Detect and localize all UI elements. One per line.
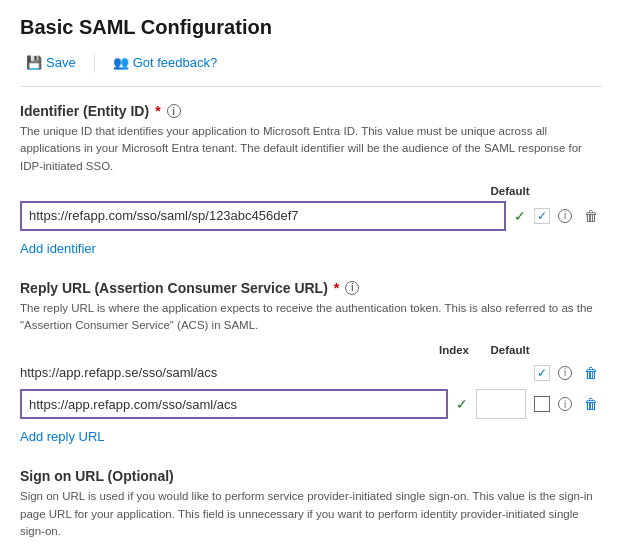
identifier-info-icon[interactable]: i: [167, 104, 181, 118]
reply-url-desc: The reply URL is where the application e…: [20, 300, 602, 335]
reply-url-static-delete-button[interactable]: 🗑: [580, 363, 602, 383]
identifier-input[interactable]: [20, 201, 506, 231]
identifier-check-icon: ✓: [514, 208, 526, 224]
reply-url-col-index: Index: [434, 344, 474, 356]
reply-url-index-input[interactable]: [476, 389, 526, 419]
identifier-col-default: Default: [482, 185, 538, 197]
toolbar: 💾 Save 👥 Got feedback?: [20, 51, 602, 87]
reply-url-static-value: https://app.refapp.se/sso/saml/acs: [20, 360, 526, 385]
add-identifier-link[interactable]: Add identifier: [20, 241, 96, 256]
save-label: Save: [46, 55, 76, 70]
feedback-label: Got feedback?: [133, 55, 218, 70]
add-reply-url-link[interactable]: Add reply URL: [20, 429, 105, 444]
reply-url-section-title: Reply URL (Assertion Consumer Service UR…: [20, 280, 602, 296]
identifier-title-text: Identifier (Entity ID): [20, 103, 149, 119]
sign-on-section: Sign on URL (Optional) Sign on URL is us…: [20, 468, 602, 546]
toolbar-divider: [94, 53, 95, 73]
sign-on-section-title: Sign on URL (Optional): [20, 468, 602, 484]
reply-url-check-icon: ✓: [456, 396, 468, 412]
reply-url-col-default: Default: [482, 344, 538, 356]
reply-url-edit-row: ✓ i 🗑: [20, 389, 602, 419]
identifier-col-headers: Default: [20, 185, 602, 197]
reply-url-col-headers: Index Default: [20, 344, 602, 356]
sign-on-title-text: Sign on URL (Optional): [20, 468, 174, 484]
reply-url-section: Reply URL (Assertion Consumer Service UR…: [20, 280, 602, 453]
reply-url-input[interactable]: [20, 389, 448, 419]
save-button[interactable]: 💾 Save: [20, 51, 82, 74]
identifier-row-info-icon[interactable]: i: [558, 209, 572, 223]
reply-url-title-text: Reply URL (Assertion Consumer Service UR…: [20, 280, 328, 296]
reply-url-static-info-icon[interactable]: i: [558, 366, 572, 380]
identifier-section-title: Identifier (Entity ID) * i: [20, 103, 602, 119]
identifier-default-checkbox[interactable]: ✓: [534, 208, 550, 224]
identifier-section: Identifier (Entity ID) * i The unique ID…: [20, 103, 602, 264]
identifier-field-row: ✓ ✓ i 🗑: [20, 201, 602, 231]
reply-url-static-default-checkbox[interactable]: ✓: [534, 365, 550, 381]
reply-url-static-row: https://app.refapp.se/sso/saml/acs ✓ i 🗑: [20, 360, 602, 385]
sign-on-desc: Sign on URL is used if you would like to…: [20, 488, 602, 540]
checkbox-check: ✓: [537, 209, 547, 223]
identifier-required-marker: *: [155, 103, 160, 119]
save-icon: 💾: [26, 55, 42, 70]
feedback-icon: 👥: [113, 55, 129, 70]
identifier-desc: The unique ID that identifies your appli…: [20, 123, 602, 175]
checkbox-check-static: ✓: [537, 366, 547, 380]
reply-url-delete-button[interactable]: 🗑: [580, 394, 602, 414]
feedback-button[interactable]: 👥 Got feedback?: [107, 51, 224, 74]
reply-url-default-checkbox[interactable]: [534, 396, 550, 412]
reply-url-info-icon[interactable]: i: [345, 281, 359, 295]
reply-url-required-marker: *: [334, 280, 339, 296]
identifier-delete-button[interactable]: 🗑: [580, 206, 602, 226]
page-title: Basic SAML Configuration: [20, 16, 602, 39]
reply-url-edit-info-icon[interactable]: i: [558, 397, 572, 411]
